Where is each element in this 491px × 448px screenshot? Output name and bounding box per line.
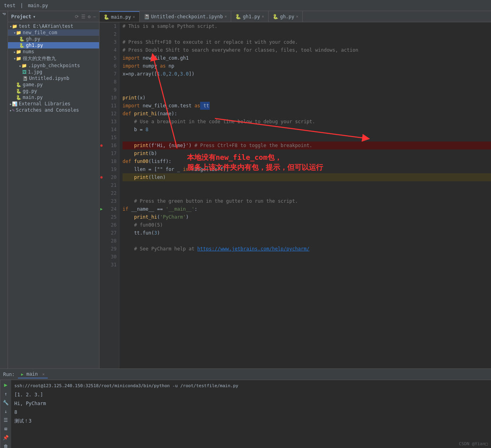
code-line[interactable]: tt.fun(3)	[123, 229, 491, 237]
list-icon[interactable]: ☰	[4, 417, 8, 423]
code-line[interactable]	[123, 181, 491, 189]
code-line[interactable]: # Press Shift+F10 to execute it or repla…	[123, 38, 491, 46]
code-line[interactable]: print_hi('PyCharm')	[123, 213, 491, 221]
minus-icon[interactable]: −	[93, 14, 96, 19]
line-number: 14	[99, 126, 117, 134]
code-line[interactable]: if __name__ == '__main__':	[123, 205, 491, 213]
code-line[interactable]: print(x)	[123, 94, 491, 102]
code-line[interactable]: print(f'Hi, {name}') # Press Ctrl+F8 to …	[123, 142, 491, 149]
editor-area: 本地没有new_file_com包， 服务上该文件夹内有包，提示，但可以运行	[99, 11, 491, 368]
wrench-icon[interactable]: 🔧	[3, 400, 9, 405]
line-number: 26	[99, 221, 117, 229]
tree-item-big-folder[interactable]: ▾ 📁 很大的文件数九	[8, 55, 99, 62]
close-icon[interactable]: ×	[42, 372, 45, 376]
code-line[interactable]	[123, 78, 491, 86]
id-token: :	[195, 205, 197, 213]
code-line[interactable]	[123, 30, 491, 38]
code-line[interactable]: x=np.array([1.0,2.0,3.0])	[123, 70, 491, 78]
tree-item-gg-py[interactable]: 🐍 gg.py	[8, 88, 99, 94]
watermark: CSDN @Yian□	[459, 441, 488, 446]
line-number: 1	[99, 22, 117, 30]
fn-token: print_hi	[123, 213, 157, 221]
delete-icon[interactable]: 🗑	[4, 444, 8, 448]
run-play-button[interactable]: ▶	[4, 382, 7, 388]
tree-item-gh1-py[interactable]: 🐍 gh1.py	[8, 42, 99, 48]
gear-icon[interactable]: ⚙	[88, 14, 91, 19]
cmt-token: # Use a breakpoint in the code line belo…	[123, 118, 315, 126]
num-token: 3	[154, 229, 157, 237]
tree-item-game-py[interactable]: 🐍 game.py	[8, 81, 99, 88]
tab-gh-py[interactable]: 🐍 gh.py ×	[269, 11, 303, 22]
run-tab-main[interactable]: ▶ main ×	[18, 370, 48, 378]
code-line[interactable]	[123, 134, 491, 142]
ext-lib-icon: 📊	[12, 101, 18, 107]
code-line[interactable]: llen = ["" for _ in range(lisff)]	[123, 165, 491, 173]
code-line[interactable]: print(llen)	[123, 173, 491, 181]
code-content[interactable]: # This is a sample Python script. # Pres…	[119, 22, 491, 368]
code-line[interactable]: # Use a breakpoint in the code line belo…	[123, 118, 491, 126]
chevron-down-icon[interactable]: ▾	[33, 14, 36, 19]
py-file-icon: 🐍	[16, 89, 21, 94]
close-icon[interactable]: ×	[262, 14, 264, 19]
run-tab-bar: Run: ▶ main ×	[0, 369, 491, 380]
code-line[interactable]: b = 8	[123, 126, 491, 134]
id-token: range(lisff)]	[189, 165, 229, 173]
code-line[interactable]: print(b)	[123, 149, 491, 157]
code-line[interactable]	[123, 86, 491, 94]
scroll-down-button[interactable]: ↓	[4, 409, 7, 414]
code-line[interactable]: def print_hi(name):	[123, 110, 491, 118]
tree-item-external-libs[interactable]: ▸ 📊 External Libraries	[8, 101, 99, 107]
code-line[interactable]	[123, 237, 491, 245]
grid-icon[interactable]: ⊞	[4, 426, 7, 432]
tree-item-jpg[interactable]: 🖼 1.jpg	[8, 69, 99, 75]
code-line[interactable]: import new_file_com.test as tt	[123, 102, 491, 110]
breakpoint-icon[interactable]: ●	[100, 142, 103, 149]
tree-item-scratches[interactable]: ▸ ✎ Scratches and Consoles	[8, 107, 99, 113]
tree-item-ipynb[interactable]: 📓 Untitled.ipynb	[8, 75, 99, 81]
tree-item-label: nums	[23, 49, 34, 54]
code-line[interactable]: import new_file_com.gh1	[123, 54, 491, 62]
tree-item-main-py[interactable]: 🐍 main.py	[8, 94, 99, 101]
tab-main-py[interactable]: 🐍 main.py ×	[99, 11, 140, 22]
code-line[interactable]: import numpy as np	[123, 62, 491, 70]
id-token: llen = ["" for _	[123, 165, 183, 173]
folder-icon: 📁	[16, 56, 21, 61]
scroll-up-button[interactable]: ↑	[4, 391, 7, 397]
code-line[interactable]: def fun00(lisff):	[123, 157, 491, 165]
code-line[interactable]: # See PyCharm help at https://www.jetbra…	[123, 245, 491, 253]
tree-item-label: main.py	[23, 95, 43, 100]
tab-ipynb[interactable]: 📓 Untitled-checkpoint.ipynb ×	[140, 11, 232, 22]
list-icon[interactable]: ☰	[81, 14, 86, 19]
line-number: 6	[99, 62, 117, 70]
code-line[interactable]	[123, 261, 491, 269]
tree-item-nums[interactable]: ▸ 📁 nums	[8, 48, 99, 55]
line-number: 5	[99, 54, 117, 62]
project-icon[interactable]: P	[2, 13, 6, 15]
breakpoint-icon[interactable]: ●	[100, 173, 103, 181]
tab-label: Untitled-checkpoint.ipynb	[151, 14, 223, 19]
tree-item-gh-py[interactable]: 🐍 gh.py	[8, 36, 99, 42]
close-icon[interactable]: ×	[224, 14, 227, 19]
pin-icon[interactable]: 📌	[3, 435, 9, 440]
code-line[interactable]: # Press the green button in the gutter t…	[123, 197, 491, 205]
line-number: 19	[99, 165, 117, 173]
close-icon[interactable]: ×	[133, 15, 135, 19]
kw-token: as	[195, 102, 200, 110]
link-token: https://www.jetbrains.com/help/pycharm/	[197, 245, 310, 253]
code-line[interactable]	[123, 189, 491, 197]
close-icon[interactable]: ×	[296, 14, 298, 19]
tree-item-new-file-com[interactable]: ▾ 📁 new_file_com	[8, 29, 99, 36]
id-token: x=np.array([	[123, 70, 157, 78]
tree-item-test[interactable]: ▾ 📁 test E:\AAYian\test	[8, 23, 99, 29]
sync-icon[interactable]: ⟳	[75, 14, 79, 19]
tab-gh1-py[interactable]: 🐍 gh1.py ×	[231, 11, 268, 22]
code-line[interactable]: # This is a sample Python script.	[123, 22, 491, 30]
bottom-panel: Run: ▶ main × ▶ ↑ 🔧 ↓ ☰ ⊞ 📌 🗑 ssh://root…	[0, 368, 491, 448]
line-number: 8	[99, 78, 117, 86]
code-line[interactable]: # Press Double Shift to search everywher…	[123, 46, 491, 54]
py-file-icon: 🐍	[19, 37, 25, 42]
code-line[interactable]	[123, 253, 491, 261]
code-line[interactable]: # fun00(5)	[123, 221, 491, 229]
run-output-line-4: 测试！3	[14, 417, 488, 425]
tree-item-ipynb-checkpoints[interactable]: ▸ 📁 .ipynb_checkpoints	[8, 62, 99, 69]
